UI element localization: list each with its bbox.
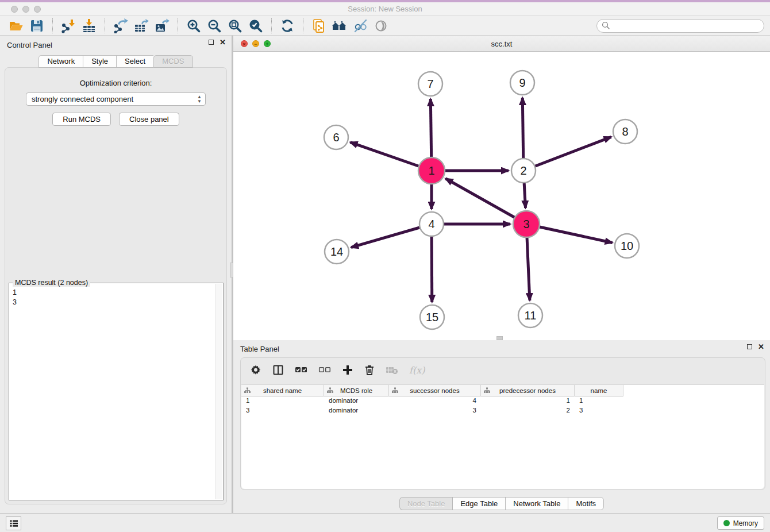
column-header-successor-nodes[interactable]: successor nodes bbox=[389, 385, 481, 396]
control-panel: Control Panel ✕ Network Style Select MCD… bbox=[0, 36, 232, 513]
svg-text:2: 2 bbox=[520, 164, 526, 177]
graph-node-11[interactable]: 11 bbox=[518, 303, 542, 327]
toolbar-separator bbox=[303, 18, 303, 33]
table-cell[interactable]: 1 bbox=[575, 396, 623, 406]
new-network-icon[interactable] bbox=[310, 17, 328, 34]
table-cell[interactable]: 1 bbox=[241, 396, 324, 406]
mcds-tab-content: Optimization criterion: strongly connect… bbox=[5, 67, 227, 504]
zoom-out-icon[interactable] bbox=[206, 17, 223, 34]
table-cell[interactable]: 2 bbox=[481, 406, 575, 416]
zoom-selected-icon[interactable] bbox=[247, 17, 264, 34]
app-title: Session: New Session bbox=[0, 5, 770, 13]
table-settings-icon[interactable] bbox=[250, 364, 261, 376]
svg-text:8: 8 bbox=[622, 125, 628, 138]
table-panel: Table Panel ✕ bbox=[233, 340, 770, 513]
float-panel-icon[interactable] bbox=[209, 40, 214, 45]
main-toolbar bbox=[0, 16, 770, 36]
toolbar-separator bbox=[271, 18, 272, 33]
search-field[interactable] bbox=[596, 19, 764, 33]
tab-network-table[interactable]: Network Table bbox=[505, 497, 568, 510]
toolbar-separator bbox=[105, 18, 105, 33]
graph-node-8[interactable]: 8 bbox=[613, 119, 637, 144]
search-input[interactable] bbox=[613, 22, 759, 30]
export-image-icon[interactable] bbox=[153, 17, 171, 34]
table-row[interactable]: 1dominator411 bbox=[241, 396, 764, 406]
horizontal-divider-grip[interactable] bbox=[496, 336, 503, 340]
show-all-icon[interactable] bbox=[372, 17, 390, 34]
float-table-panel-icon[interactable] bbox=[747, 344, 752, 349]
column-chooser-icon[interactable] bbox=[272, 364, 284, 376]
close-table-panel-icon[interactable]: ✕ bbox=[758, 344, 764, 349]
function-builder-icon[interactable]: f(x) bbox=[409, 365, 425, 376]
graph-node-3[interactable]: 3 bbox=[513, 211, 540, 237]
hide-selected-icon[interactable] bbox=[352, 17, 369, 34]
first-neighbors-icon[interactable] bbox=[331, 17, 348, 34]
column-header-predecessor-nodes[interactable]: predecessor nodes bbox=[481, 385, 575, 396]
table-cell[interactable]: dominator bbox=[324, 396, 389, 406]
node-table: shared nameMCDS rolesuccessor nodesprede… bbox=[241, 384, 764, 489]
optimization-criterion-label: Optimization criterion: bbox=[5, 79, 226, 87]
svg-text:15: 15 bbox=[426, 311, 438, 323]
graph-node-6[interactable]: 6 bbox=[324, 125, 348, 149]
column-header-name[interactable]: name bbox=[575, 385, 623, 396]
svg-text:14: 14 bbox=[330, 245, 343, 258]
open-session-icon[interactable] bbox=[7, 17, 25, 34]
zoom-fit-icon[interactable] bbox=[226, 17, 244, 34]
delete-table-icon[interactable] bbox=[386, 365, 398, 375]
save-session-icon[interactable] bbox=[28, 17, 45, 34]
column-header-MCDS-role[interactable]: MCDS role bbox=[324, 385, 389, 396]
svg-text:7: 7 bbox=[427, 78, 433, 90]
refresh-icon[interactable] bbox=[279, 17, 296, 34]
tab-mcds[interactable]: MCDS bbox=[153, 55, 192, 68]
result-scrollbar[interactable] bbox=[215, 284, 222, 499]
table-cell[interactable]: 1 bbox=[481, 396, 575, 406]
network-title: scc.txt bbox=[233, 40, 770, 48]
svg-text:1: 1 bbox=[428, 164, 434, 177]
deselect-all-icon[interactable] bbox=[318, 365, 331, 375]
graph-node-9[interactable]: 9 bbox=[510, 71, 534, 95]
table-cell[interactable]: 3 bbox=[241, 406, 324, 416]
network-graph: 7968124314101511 bbox=[233, 52, 769, 340]
tab-edge-table[interactable]: Edge Table bbox=[452, 497, 505, 510]
graph-node-7[interactable]: 7 bbox=[418, 72, 442, 96]
run-mcds-button[interactable]: Run MCDS bbox=[52, 113, 111, 126]
graph-node-4[interactable]: 4 bbox=[419, 212, 444, 236]
tab-node-table[interactable]: Node Table bbox=[399, 497, 453, 510]
memory-button[interactable]: Memory bbox=[717, 516, 764, 530]
selected-option: strongly connected component bbox=[32, 95, 133, 103]
table-cell[interactable]: dominator bbox=[324, 406, 389, 416]
column-header-shared-name[interactable]: shared name bbox=[241, 385, 324, 396]
graph-node-10[interactable]: 10 bbox=[615, 234, 639, 258]
import-table-icon[interactable] bbox=[80, 17, 98, 34]
table-cell[interactable]: 3 bbox=[389, 406, 481, 416]
tab-motifs[interactable]: Motifs bbox=[568, 497, 604, 510]
graph-node-14[interactable]: 14 bbox=[325, 240, 349, 264]
graph-node-1[interactable]: 1 bbox=[418, 157, 445, 184]
select-stepper-icon: ▲▼ bbox=[197, 95, 202, 104]
close-panel-button[interactable]: Close panel bbox=[119, 113, 179, 126]
export-network-icon[interactable] bbox=[112, 17, 129, 34]
export-table-icon[interactable] bbox=[133, 17, 150, 34]
tab-style[interactable]: Style bbox=[83, 55, 116, 68]
tab-select[interactable]: Select bbox=[116, 55, 153, 68]
table-cell[interactable]: 3 bbox=[575, 406, 623, 416]
tab-network[interactable]: Network bbox=[38, 55, 83, 68]
network-canvas[interactable]: 7968124314101511 bbox=[233, 52, 770, 340]
table-cell[interactable]: 4 bbox=[389, 396, 481, 406]
search-icon bbox=[602, 21, 610, 30]
add-column-icon[interactable] bbox=[342, 364, 353, 376]
graph-edge-2-8[interactable] bbox=[523, 137, 611, 171]
table-row[interactable]: 3dominator323 bbox=[241, 406, 764, 416]
graph-node-15[interactable]: 15 bbox=[420, 305, 444, 329]
network-window-titlebar[interactable]: × − + scc.txt bbox=[233, 36, 770, 52]
select-all-icon[interactable] bbox=[295, 365, 307, 375]
zoom-in-icon[interactable] bbox=[185, 17, 202, 34]
table-toolbar: f(x) bbox=[241, 358, 765, 382]
task-history-button[interactable] bbox=[6, 516, 21, 530]
mcds-result-text[interactable]: 13 bbox=[9, 286, 215, 500]
delete-column-icon[interactable] bbox=[364, 364, 375, 376]
close-panel-icon[interactable]: ✕ bbox=[220, 40, 226, 45]
optimization-criterion-select[interactable]: strongly connected component ▲▼ bbox=[26, 92, 206, 106]
import-network-icon[interactable] bbox=[60, 17, 77, 34]
graph-node-2[interactable]: 2 bbox=[511, 159, 536, 183]
